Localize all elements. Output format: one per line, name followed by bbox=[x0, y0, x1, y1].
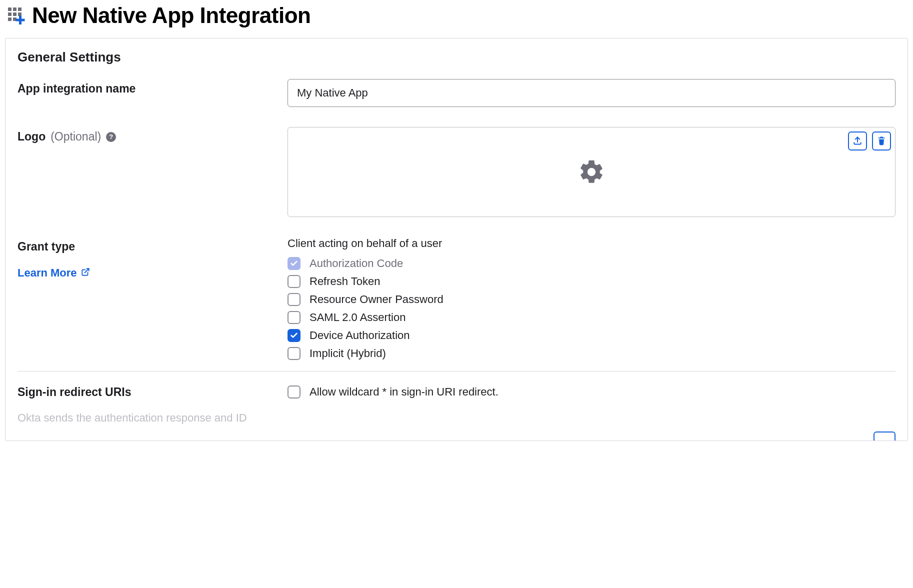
grant-checkbox[interactable] bbox=[288, 329, 300, 342]
svg-rect-2 bbox=[18, 8, 22, 11]
learn-more-link[interactable]: Learn More bbox=[18, 266, 90, 280]
app-name-label: App integration name bbox=[18, 82, 136, 96]
signin-desc-text: Okta sends the authentication response a… bbox=[18, 411, 258, 426]
grant-option-row: Implicit (Hybrid) bbox=[288, 347, 896, 360]
partial-input-outline bbox=[874, 432, 896, 440]
app-grid-plus-icon bbox=[7, 6, 25, 24]
grant-checkbox[interactable] bbox=[288, 311, 300, 324]
help-icon[interactable]: ? bbox=[106, 132, 116, 142]
grant-type-label: Grant type bbox=[18, 240, 75, 254]
section-title: General Settings bbox=[18, 50, 896, 65]
grant-option-label: Refresh Token bbox=[310, 275, 380, 288]
grant-checkbox[interactable] bbox=[288, 293, 300, 306]
grant-option-row: Authorization Code bbox=[288, 257, 896, 270]
upload-logo-button[interactable] bbox=[848, 132, 867, 150]
svg-rect-3 bbox=[8, 12, 12, 16]
logo-optional-text: (Optional) bbox=[50, 130, 101, 144]
svg-rect-1 bbox=[13, 8, 16, 11]
grant-group-heading: Client acting on behalf of a user bbox=[288, 237, 896, 250]
logo-dropzone[interactable] bbox=[288, 127, 896, 217]
grant-option-row: SAML 2.0 Assertion bbox=[288, 311, 896, 324]
grant-checkbox bbox=[288, 257, 300, 270]
grant-option-label: Authorization Code bbox=[310, 257, 403, 270]
signin-redirect-label: Sign-in redirect URIs bbox=[18, 386, 288, 399]
svg-point-11 bbox=[589, 170, 594, 174]
delete-logo-button[interactable] bbox=[872, 132, 891, 150]
app-name-input[interactable] bbox=[288, 79, 896, 107]
grant-option-label: Implicit (Hybrid) bbox=[310, 347, 386, 360]
svg-rect-9 bbox=[16, 19, 25, 22]
divider bbox=[18, 371, 896, 372]
trash-icon bbox=[876, 136, 886, 147]
page-title: New Native App Integration bbox=[32, 3, 310, 28]
svg-rect-0 bbox=[8, 8, 12, 11]
svg-rect-5 bbox=[18, 12, 22, 16]
svg-rect-4 bbox=[13, 12, 16, 16]
svg-rect-6 bbox=[8, 18, 12, 21]
grant-checkbox[interactable] bbox=[288, 347, 300, 360]
wildcard-label: Allow wildcard * in sign-in URI redirect… bbox=[310, 386, 498, 398]
learn-more-text: Learn More bbox=[18, 266, 77, 280]
grant-option-row: Refresh Token bbox=[288, 275, 896, 288]
logo-label: Logo (Optional) ? bbox=[18, 130, 116, 144]
gear-icon bbox=[578, 158, 606, 186]
grant-option-row: Device Authorization bbox=[288, 329, 896, 342]
svg-line-12 bbox=[84, 268, 88, 272]
grant-checkbox[interactable] bbox=[288, 275, 300, 288]
grant-option-label: Device Authorization bbox=[310, 329, 410, 342]
wildcard-checkbox[interactable] bbox=[288, 386, 300, 398]
grant-option-label: Resource Owner Password bbox=[310, 293, 444, 306]
general-settings-panel: General Settings App integration name Lo… bbox=[5, 38, 908, 441]
upload-icon bbox=[852, 136, 862, 147]
grant-option-label: SAML 2.0 Assertion bbox=[310, 311, 406, 324]
grant-option-row: Resource Owner Password bbox=[288, 293, 896, 306]
external-link-icon bbox=[81, 266, 90, 280]
